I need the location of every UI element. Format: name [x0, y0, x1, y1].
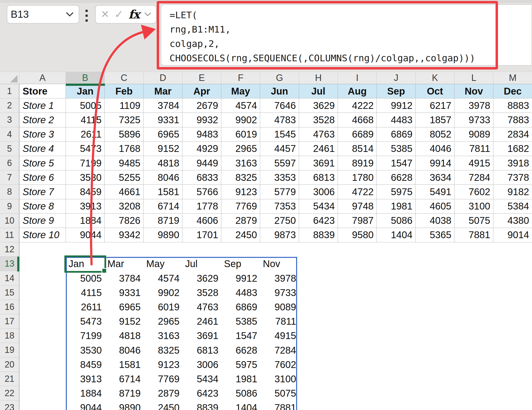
value-cell[interactable]: 1768 [105, 142, 143, 156]
value-cell[interactable]: 3691 [299, 156, 338, 170]
value-cell[interactable]: 1780 [338, 170, 377, 185]
name-box[interactable]: B13 [7, 5, 79, 24]
value-cell[interactable]: 5086 [377, 214, 416, 228]
value-cell[interactable]: 9748 [338, 199, 377, 214]
value-cell[interactable]: 8919 [338, 156, 377, 170]
value-cell[interactable]: 3978 [455, 98, 493, 113]
month-header-Oct[interactable]: Oct [416, 84, 455, 98]
row-header-20[interactable]: 20 [0, 358, 19, 372]
value-cell[interactable]: 7881 [455, 228, 493, 242]
insert-function-icon[interactable]: fx [129, 9, 139, 20]
store-name-cell[interactable]: Store 4 [19, 142, 66, 156]
value-cell[interactable]: 5385 [377, 142, 416, 156]
value-cell[interactable]: 2965 [221, 142, 260, 156]
month-header-Jun[interactable]: Jun [260, 84, 299, 98]
value-cell[interactable]: 6833 [182, 170, 221, 185]
month-header-Dec[interactable]: Dec [493, 84, 532, 98]
value-cell[interactable]: 6869 [377, 127, 416, 142]
value-cell[interactable]: 4915 [455, 156, 493, 170]
value-cell[interactable]: 7769 [221, 199, 260, 214]
value-cell[interactable]: 4783 [260, 113, 299, 127]
value-cell[interactable]: 5075 [455, 214, 493, 228]
month-header-Aug[interactable]: Aug [338, 84, 377, 98]
value-cell[interactable]: 4661 [105, 185, 143, 199]
value-cell[interactable]: 3634 [416, 170, 455, 185]
value-cell[interactable]: 8839 [299, 228, 338, 242]
value-cell[interactable]: 5384 [493, 199, 532, 214]
value-cell[interactable]: 2834 [493, 127, 532, 142]
value-cell[interactable]: 1701 [182, 228, 221, 242]
row-header-21[interactable]: 21 [0, 372, 19, 386]
value-cell[interactable]: 7646 [260, 98, 299, 113]
column-header-B[interactable]: B [66, 72, 105, 84]
store-name-cell[interactable]: Store 2 [19, 113, 66, 127]
value-cell[interactable]: 5896 [105, 127, 143, 142]
value-cell[interactable]: 7199 [66, 156, 105, 170]
value-cell[interactable]: 7987 [338, 214, 377, 228]
value-cell[interactable]: 3530 [66, 170, 105, 185]
value-cell[interactable]: 5005 [66, 98, 105, 113]
value-cell[interactable]: 9342 [105, 228, 143, 242]
value-cell[interactable]: 8052 [416, 127, 455, 142]
value-cell[interactable]: 4222 [338, 98, 377, 113]
value-cell[interactable]: 7602 [455, 185, 493, 199]
value-cell[interactable]: 9123 [221, 185, 260, 199]
value-cell[interactable]: 7811 [455, 142, 493, 156]
value-cell[interactable]: 9873 [260, 228, 299, 242]
store-name-cell[interactable]: Store 5 [19, 156, 66, 170]
value-cell[interactable]: 4722 [338, 185, 377, 199]
value-cell[interactable]: 2879 [221, 214, 260, 228]
value-cell[interactable]: 9089 [455, 127, 493, 142]
column-header-I[interactable]: I [338, 72, 377, 84]
row-header-2[interactable]: 2 [0, 98, 19, 113]
value-cell[interactable]: 1884 [66, 214, 105, 228]
month-header-Apr[interactable]: Apr [182, 84, 221, 98]
value-cell[interactable]: 5779 [260, 185, 299, 199]
row-header-11[interactable]: 11 [0, 228, 19, 242]
chevron-down-icon[interactable] [144, 12, 151, 16]
value-cell[interactable]: 5491 [416, 185, 455, 199]
row-header-14[interactable]: 14 [0, 271, 19, 285]
value-cell[interactable]: 9912 [377, 98, 416, 113]
column-header-A[interactable]: A [19, 72, 66, 84]
month-header-Sep[interactable]: Sep [377, 84, 416, 98]
value-cell[interactable]: 4606 [182, 214, 221, 228]
row-header-19[interactable]: 19 [0, 343, 19, 357]
value-cell[interactable]: 7378 [493, 170, 532, 185]
value-cell[interactable]: 9485 [105, 156, 143, 170]
value-cell[interactable]: 6813 [299, 170, 338, 185]
value-cell[interactable]: 9483 [182, 127, 221, 142]
value-cell[interactable]: 1109 [105, 98, 143, 113]
value-cell[interactable]: 9014 [493, 228, 532, 242]
row-header-13[interactable]: 13 [0, 257, 19, 271]
store-name-cell[interactable]: Store 1 [19, 98, 66, 113]
enter-icon[interactable]: ✓ [114, 9, 124, 20]
row-header-16[interactable]: 16 [0, 300, 19, 314]
value-cell[interactable]: 8046 [143, 170, 182, 185]
value-cell[interactable]: 9044 [66, 228, 105, 242]
value-cell[interactable]: 7284 [455, 170, 493, 185]
row-header-5[interactable]: 5 [0, 142, 19, 156]
value-cell[interactable]: 5434 [299, 199, 338, 214]
value-cell[interactable]: 1545 [260, 127, 299, 142]
value-cell[interactable]: 3629 [299, 98, 338, 113]
row-header-3[interactable]: 3 [0, 113, 19, 127]
row-header-1[interactable]: 1 [0, 84, 19, 98]
column-header-E[interactable]: E [182, 72, 221, 84]
value-cell[interactable]: 3528 [299, 113, 338, 127]
store-name-cell[interactable]: Store 9 [19, 214, 66, 228]
value-cell[interactable]: 4483 [377, 113, 416, 127]
value-cell[interactable]: 4046 [416, 142, 455, 156]
value-cell[interactable]: 4457 [260, 142, 299, 156]
value-cell[interactable]: 3784 [143, 98, 182, 113]
value-cell[interactable]: 1778 [182, 199, 221, 214]
month-header-May[interactable]: May [221, 84, 260, 98]
value-cell[interactable]: 8325 [221, 170, 260, 185]
value-cell[interactable]: 1547 [377, 156, 416, 170]
cell-A1[interactable]: Store [19, 84, 66, 98]
month-header-Feb[interactable]: Feb [105, 84, 143, 98]
value-cell[interactable]: 3353 [260, 170, 299, 185]
value-cell[interactable]: 3208 [105, 199, 143, 214]
value-cell[interactable]: 1581 [143, 185, 182, 199]
value-cell[interactable]: 2611 [66, 127, 105, 142]
